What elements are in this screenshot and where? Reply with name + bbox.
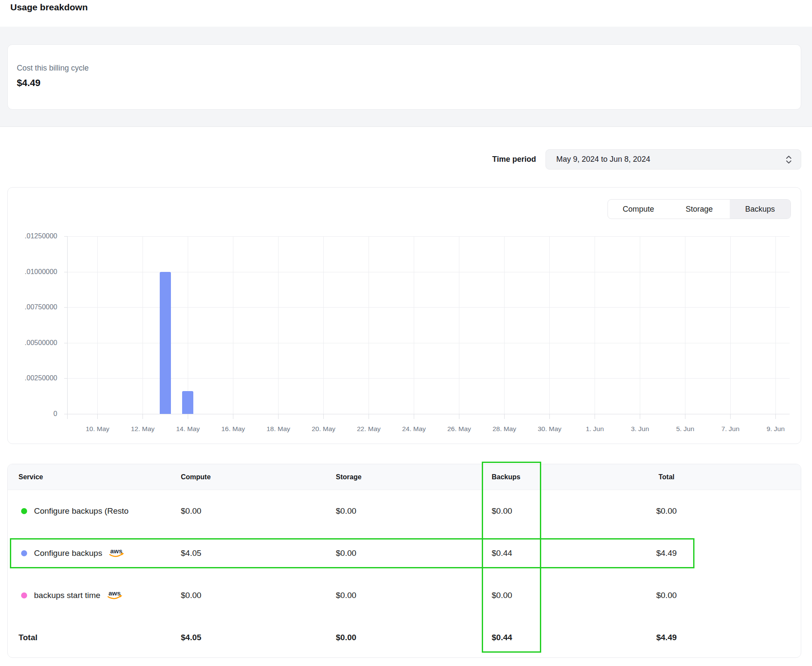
total-backups-cell: $0.44 xyxy=(492,633,512,642)
x-gridline xyxy=(730,236,731,414)
x-axis-label: 22. May xyxy=(346,425,391,433)
x-tick xyxy=(414,414,414,419)
x-gridline xyxy=(369,236,369,414)
svg-text:aws: aws xyxy=(108,589,121,597)
y-axis-line xyxy=(67,236,68,419)
y-tick xyxy=(64,307,67,308)
x-axis-label: 30. May xyxy=(527,425,572,433)
chevron-up-down-icon xyxy=(785,155,792,164)
x-axis-label: 16. May xyxy=(211,425,256,433)
x-tick xyxy=(459,414,459,419)
service-name: Configure backups (Resto xyxy=(34,506,129,516)
compute-cost-cell: $0.00 xyxy=(181,591,201,600)
time-period-value: May 9, 2024 to Jun 8, 2024 xyxy=(556,155,785,164)
x-tick xyxy=(278,414,279,419)
x-tick xyxy=(188,414,188,419)
header-total: Total xyxy=(611,473,722,481)
aws-logo-icon: aws xyxy=(106,589,124,601)
x-gridline xyxy=(640,236,640,414)
x-axis-label: 1. Jun xyxy=(572,425,617,433)
y-axis-label: .01250000 xyxy=(14,232,57,240)
y-gridline xyxy=(67,307,790,308)
y-gridline xyxy=(67,378,790,379)
x-gridline xyxy=(414,236,414,414)
svg-text:aws: aws xyxy=(110,547,122,555)
storage-cost-cell: $0.00 xyxy=(336,506,356,516)
x-axis-label: 28. May xyxy=(482,425,527,433)
x-gridline xyxy=(775,236,776,414)
x-gridline xyxy=(278,236,279,414)
x-tick xyxy=(640,414,640,419)
total-cost-cell: $0.00 xyxy=(611,591,722,600)
x-gridline xyxy=(143,236,143,414)
aws-logo-icon: aws xyxy=(108,547,126,559)
cost-cycle-label: Cost this billing cycle xyxy=(17,64,89,73)
table-row: Configure backups (Resto$0.00$0.00$0.00$… xyxy=(8,490,801,532)
header-service: Service xyxy=(19,473,43,481)
x-tick xyxy=(143,414,143,419)
backups-cost-cell: $0.00 xyxy=(492,506,512,516)
x-tick xyxy=(504,414,505,419)
x-tick xyxy=(369,414,369,419)
service-color-dot xyxy=(21,550,27,556)
chart-bar[interactable] xyxy=(160,272,171,414)
x-tick xyxy=(595,414,595,419)
chart-plot: .01250000.01000000.00750000.00500000.002… xyxy=(8,188,802,444)
x-gridline xyxy=(549,236,550,414)
usage-chart-card: Compute Storage Backups .01250000.010000… xyxy=(7,187,801,444)
time-period-select[interactable]: May 9, 2024 to Jun 8, 2024 xyxy=(545,149,801,170)
x-gridline xyxy=(685,236,685,414)
x-tick xyxy=(233,414,233,419)
x-axis-label: 7. Jun xyxy=(708,425,753,433)
compute-cost-cell: $4.05 xyxy=(181,549,201,558)
x-tick xyxy=(775,414,776,419)
service-color-dot xyxy=(21,592,27,598)
x-axis-label: 24. May xyxy=(391,425,437,433)
x-tick xyxy=(730,414,731,419)
x-axis-label: 26. May xyxy=(437,425,482,433)
y-axis-label: 0 xyxy=(14,410,57,418)
service-name-cell: backups start timeaws xyxy=(34,589,124,601)
x-axis-label: 20. May xyxy=(301,425,346,433)
chart-bar[interactable] xyxy=(182,391,193,414)
header-compute: Compute xyxy=(181,473,211,481)
storage-cost-cell: $0.00 xyxy=(336,591,356,600)
compute-cost-cell: $0.00 xyxy=(181,506,201,516)
total-cost-cell: $0.00 xyxy=(611,506,722,516)
x-gridline xyxy=(595,236,595,414)
x-axis-label: 9. Jun xyxy=(753,425,798,433)
y-tick xyxy=(64,343,67,343)
service-name-cell: Configure backupsaws xyxy=(34,547,126,559)
y-axis-label: .01000000 xyxy=(14,268,57,276)
backups-cost-cell: $0.44 xyxy=(492,549,512,558)
y-gridline xyxy=(67,236,790,237)
x-tick xyxy=(549,414,550,419)
cost-cycle-value: $4.49 xyxy=(17,77,40,89)
header-storage: Storage xyxy=(336,473,362,481)
y-gridline xyxy=(67,272,790,272)
x-gridline xyxy=(459,236,459,414)
x-tick xyxy=(97,414,98,419)
y-gridline xyxy=(67,343,790,343)
x-axis-label: 3. Jun xyxy=(617,425,663,433)
page-title: Usage breakdown xyxy=(10,2,88,12)
x-gridline xyxy=(323,236,324,414)
header-backups: Backups xyxy=(492,473,521,481)
x-gridline xyxy=(97,236,98,414)
x-axis-line xyxy=(64,414,790,414)
time-period-label: Time period xyxy=(448,149,536,170)
x-axis-label: 10. May xyxy=(75,425,120,433)
y-axis-label: .00750000 xyxy=(14,303,57,311)
x-axis-label: 18. May xyxy=(256,425,301,433)
y-axis-label: .00500000 xyxy=(14,339,57,347)
table-header-row: Service Compute Storage Backups Total xyxy=(8,464,801,490)
service-name: backups start time xyxy=(34,591,100,600)
y-tick xyxy=(64,378,67,379)
table-total-row: Total$4.05$0.00$0.44$4.49 xyxy=(8,617,801,658)
service-name-cell: Configure backups (Resto xyxy=(34,506,129,516)
y-tick xyxy=(64,272,67,272)
x-axis-label: 12. May xyxy=(120,425,165,433)
service-name: Configure backups xyxy=(34,549,102,558)
x-gridline xyxy=(233,236,233,414)
x-tick xyxy=(685,414,685,419)
